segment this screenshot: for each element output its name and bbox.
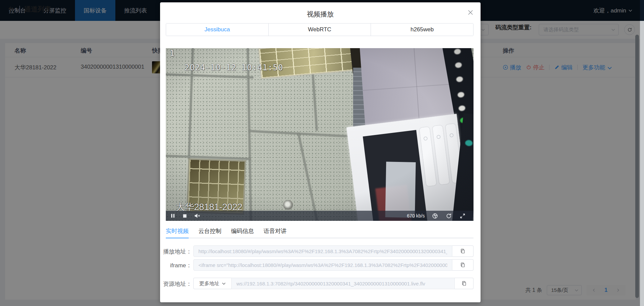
tab-h265web[interactable]: h265web [371,24,473,36]
app-window: 控制台 分屏监控 国标设备 推流列表 拉流代理 欢迎，admin 通道列表 码流… [0,0,644,306]
scrollbar-track[interactable] [640,21,644,306]
osd-channel-number: 1 [170,49,175,58]
tab-codec-info[interactable]: 编码信息 [231,227,254,238]
osd-timestamp: 2024-10-12 10:41:50 [185,63,283,72]
play-address-input[interactable] [193,245,452,257]
copy-iframe-button[interactable] [452,259,473,271]
stream-info-tabs: 实时视频 云台控制 编码信息 语音对讲 [166,227,473,238]
stop-button[interactable] [183,214,187,218]
play-address-label: 播放地址： [160,248,192,256]
snapshot-icon[interactable] [432,213,438,219]
tab-voice-talk[interactable]: 语音对讲 [264,227,287,238]
tab-jessibuca[interactable]: Jessibuca [166,24,269,36]
bitrate-indicator: 670 kb/s [407,213,425,218]
mute-button[interactable] [194,213,200,218]
player-type-tabs: Jessibuca WebRTC h265web [166,23,473,36]
resource-address-row: 资源地址： 更多地址 [160,278,481,289]
fisheye-vignette [166,48,473,221]
resource-address-label: 资源地址： [160,280,192,288]
copy-play-address-button[interactable] [452,245,473,257]
tab-webrtc[interactable]: WebRTC [269,24,371,36]
tab-live-video[interactable]: 实时视频 [166,227,189,238]
chevron-down-icon [222,281,226,286]
more-address-label: 更多地址 [199,280,220,287]
dialog-title: 视频播放 [160,10,481,19]
active-tab-underline [166,238,189,238]
tab-ptz-control[interactable]: 云台控制 [198,227,221,238]
more-address-select[interactable]: 更多地址 [193,278,231,289]
player-right-controls: 670 kb/s [407,211,473,221]
resource-address-input[interactable] [231,278,455,289]
reload-icon[interactable] [446,213,452,219]
video-player[interactable]: 1 2024-10-12 10:41:50 大华28181-2022 670 k… [166,48,473,221]
scrollbar-thumb[interactable] [635,35,639,298]
video-play-dialog: 视频播放 Jessibuca WebRTC h265web [160,2,481,302]
pause-button[interactable] [171,213,175,218]
close-icon[interactable] [467,9,474,16]
iframe-input[interactable] [193,259,452,271]
iframe-label: iframe： [160,262,192,269]
fullscreen-icon[interactable] [460,213,465,219]
iframe-row: iframe： [160,259,481,271]
player-control-bar: 670 kb/s [166,211,473,221]
play-address-row: 播放地址： [160,245,481,257]
copy-resource-address-button[interactable] [455,278,473,289]
